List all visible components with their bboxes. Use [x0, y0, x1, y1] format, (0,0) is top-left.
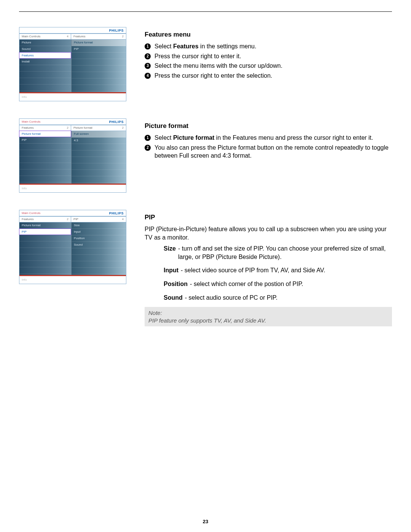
step-marker: 1: [145, 43, 151, 50]
osd-info: Info: [19, 276, 126, 284]
osd-crumb: Main Controls: [22, 212, 40, 215]
pip-intro: PIP (Picture-in-Picture) feature allows …: [145, 225, 392, 241]
brand-logo: PHILIPS: [109, 29, 124, 32]
osd-info: Info: [19, 93, 126, 101]
instruction-list: 1 Select Features in the settings menu. …: [145, 42, 392, 80]
osd-right-title: PIP: [73, 218, 78, 221]
osd-item[interactable]: Sound: [72, 242, 126, 248]
note-body: PIP feature only supports TV, AV, and Si…: [148, 317, 388, 324]
osd-crumb: Main Controls: [22, 120, 40, 124]
osd-features: PHILIPS Main Controls 4 Features 2: [19, 27, 126, 101]
osd-item[interactable]: Picture format: [72, 40, 126, 46]
section-title: Features menu: [145, 31, 392, 38]
osd-item[interactable]: Sound: [19, 46, 71, 53]
step-marker: 3: [145, 63, 151, 69]
step-marker: 2: [145, 53, 151, 59]
section-features-menu: PHILIPS Main Controls 4 Features 2: [19, 27, 392, 101]
osd-item-selected[interactable]: PIP: [19, 228, 71, 235]
osd-item[interactable]: Full screen: [72, 131, 126, 137]
instruction-list: 1 Select Picture format in the Features …: [145, 134, 392, 160]
osd-item-selected[interactable]: Picture format: [19, 131, 71, 137]
osd-right-col: Picture format PIP: [72, 40, 126, 92]
def-text: - select audio source of PC or PIP.: [185, 294, 392, 302]
note-title: Note:: [148, 309, 388, 317]
brand-logo: PHILIPS: [109, 120, 124, 124]
def-label: Position: [164, 280, 188, 288]
top-rule: [19, 11, 392, 12]
pip-definition-list: Size - turn off and set the size of PIP.…: [145, 244, 392, 302]
section-pip: Main Controls PHILIPS Features 2 PIP 4: [19, 210, 392, 326]
step-marker: 2: [145, 145, 151, 151]
osd-right-title: Features: [73, 35, 86, 38]
def-text: - turn off and set the size of PIP. You …: [178, 244, 392, 261]
osd-left-col: Picture Sound Features Install: [19, 40, 72, 92]
step-marker: 4: [145, 73, 151, 79]
osd-left-num: 4: [67, 35, 68, 38]
osd-item[interactable]: Size: [72, 222, 126, 229]
osd-right-title: Picture format: [73, 126, 92, 129]
def-label: Size: [164, 244, 176, 261]
osd-info: Info: [19, 185, 126, 192]
manual-page: PHILIPS Main Controls 4 Features 2: [0, 0, 411, 532]
brand-logo: PHILIPS: [109, 212, 124, 215]
section-picture-format: Main Controls PHILIPS Features 2 Picture…: [19, 118, 392, 193]
osd-picture-format: Main Controls PHILIPS Features 2 Picture…: [19, 118, 126, 193]
note-box: Note: PIP feature only supports TV, AV, …: [145, 307, 392, 326]
osd-item[interactable]: Install: [19, 59, 71, 65]
osd-right-num: 2: [122, 35, 124, 38]
def-label: Input: [164, 266, 178, 275]
osd-item[interactable]: Picture format: [19, 222, 71, 229]
osd-item[interactable]: 4:3: [72, 137, 126, 144]
osd-left-title: Main Controls: [22, 35, 40, 38]
step-marker: 1: [145, 135, 151, 141]
osd-item[interactable]: Position: [72, 235, 126, 242]
section-title: Picture format: [145, 122, 392, 130]
page-number: 23: [0, 519, 411, 524]
section-title: PIP: [145, 214, 392, 221]
def-label: Sound: [164, 294, 183, 302]
def-text: - select video source of PIP from TV, AV…: [181, 266, 392, 275]
osd-pip: Main Controls PHILIPS Features 2 PIP 4: [19, 210, 126, 284]
osd-item-selected[interactable]: Features: [19, 52, 71, 59]
def-text: - select which corner of the postion of …: [190, 280, 392, 288]
osd-item[interactable]: Picture: [19, 40, 71, 46]
osd-item[interactable]: PIP: [72, 46, 126, 53]
osd-left-title: Features: [22, 218, 34, 221]
osd-left-title: Features: [22, 126, 34, 129]
osd-item[interactable]: PIP: [19, 137, 71, 144]
osd-item[interactable]: Input: [72, 229, 126, 235]
